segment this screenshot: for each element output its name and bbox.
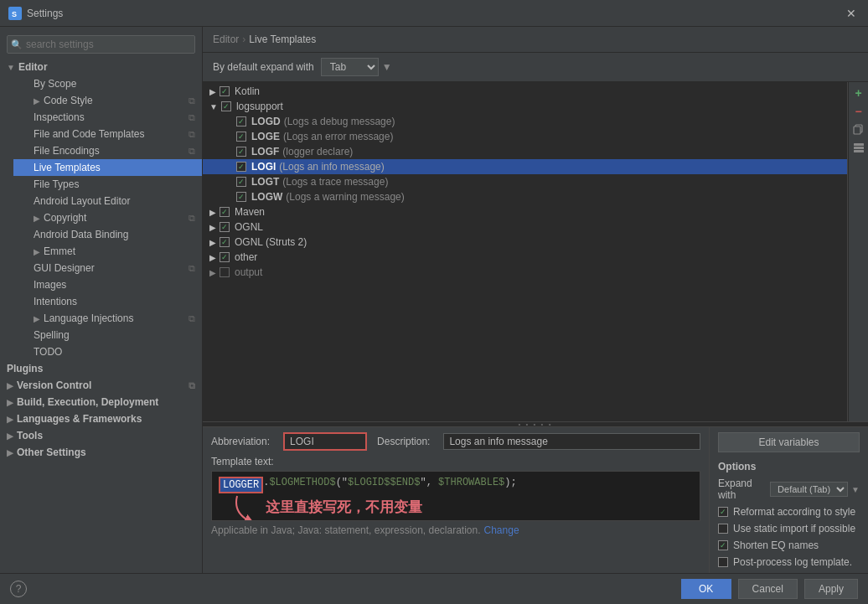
description-input[interactable] bbox=[443, 433, 700, 450]
sidebar-item-copyright[interactable]: ▶ Copyright ⧉ bbox=[13, 209, 202, 226]
sidebar-item-file-types[interactable]: File Types bbox=[13, 176, 202, 193]
checkbox-ognl[interactable]: ✓ bbox=[220, 222, 230, 232]
copy-template-button[interactable] bbox=[851, 122, 866, 137]
checkbox-output[interactable] bbox=[220, 267, 230, 277]
sidebar-item-gui-designer[interactable]: GUI Designer ⧉ bbox=[13, 260, 202, 276]
checkbox-other[interactable]: ✓ bbox=[220, 252, 230, 262]
sidebar-item-code-style[interactable]: ▶ Code Style ⧉ bbox=[13, 92, 202, 109]
group-name-other: other bbox=[235, 251, 257, 263]
tree-group-header-kotlin[interactable]: ▶ ✓ Kotlin bbox=[203, 84, 847, 99]
arrow-version-control: ▶ bbox=[7, 381, 13, 390]
svg-rect-4 bbox=[854, 143, 864, 146]
sidebar-item-version-control[interactable]: ▶ Version Control ⧉ bbox=[0, 377, 202, 394]
tree-panel: ▶ ✓ Kotlin ▼ ✓ logsupport ✓ bbox=[203, 82, 848, 421]
sidebar-item-images[interactable]: Images bbox=[13, 276, 202, 293]
group-name-output: output bbox=[235, 266, 262, 278]
tree-item-loge[interactable]: ✓ LOGE (Logs an error message) bbox=[203, 129, 847, 144]
checkbox-logf[interactable]: ✓ bbox=[236, 147, 246, 157]
tree-group-header-other[interactable]: ▶ ✓ other bbox=[203, 250, 847, 265]
sidebar-item-build[interactable]: ▶ Build, Execution, Deployment bbox=[0, 394, 202, 410]
tree-group-header-output[interactable]: ▶ output bbox=[203, 265, 847, 280]
close-button[interactable]: ✕ bbox=[843, 5, 860, 22]
sidebar-item-tools[interactable]: ▶ Tools bbox=[0, 427, 202, 444]
search-input[interactable] bbox=[7, 35, 195, 54]
tree-item-logw[interactable]: ✓ LOGW (Logs a warning message) bbox=[203, 189, 847, 204]
template-editor[interactable]: LOGGER .$LOGMETHOD$("$LOGID$$END$", $THR… bbox=[211, 471, 700, 521]
applicable-text: Applicable in Java; Java: statement, exp… bbox=[211, 524, 481, 536]
tree-item-logd[interactable]: ✓ LOGD (Logs a debug message) bbox=[203, 114, 847, 129]
checkbox-kotlin[interactable]: ✓ bbox=[220, 86, 230, 96]
cancel-button[interactable]: Cancel bbox=[738, 579, 798, 599]
tree-group-kotlin: ▶ ✓ Kotlin bbox=[203, 84, 847, 99]
tree-group-header-ognl[interactable]: ▶ ✓ OGNL bbox=[203, 219, 847, 235]
option-static-import-label: Use static import if possible bbox=[733, 523, 855, 534]
sidebar-item-file-code-templates[interactable]: File and Code Templates ⧉ bbox=[13, 126, 202, 142]
expand-with-label: By default expand with bbox=[213, 61, 314, 73]
expand-arrow-kotlin: ▶ bbox=[209, 87, 216, 96]
sidebar-item-android-layout-editor[interactable]: Android Layout Editor bbox=[13, 193, 202, 209]
options-label: Options bbox=[718, 461, 860, 472]
tree-group-header-logsupport[interactable]: ▼ ✓ logsupport bbox=[203, 99, 847, 114]
sidebar-item-emmet[interactable]: ▶ Emmet bbox=[13, 243, 202, 260]
abbr-desc-row: Abbreviation: Description: bbox=[211, 432, 700, 451]
checkbox-post-process[interactable]: ✓ bbox=[718, 557, 728, 567]
applicable-change-link[interactable]: Change bbox=[484, 524, 519, 536]
search-icon: 🔍 bbox=[11, 39, 23, 50]
sidebar-item-plugins[interactable]: Plugins bbox=[0, 360, 202, 377]
sidebar-item-editor[interactable]: ▼ Editor bbox=[0, 59, 202, 75]
ok-button[interactable]: OK bbox=[681, 579, 731, 599]
sidebar-item-spelling[interactable]: Spelling bbox=[13, 327, 202, 343]
option-static-import-row: ✓ Use static import if possible bbox=[718, 523, 860, 534]
edit-variables-button[interactable]: Edit variables bbox=[718, 432, 860, 452]
sidebar-item-file-encodings[interactable]: File Encodings ⧉ bbox=[13, 142, 202, 159]
option-shorten-eq-row: ✓ Shorten EQ names bbox=[718, 539, 860, 551]
option-reformat-label: Reformat according to style bbox=[733, 506, 855, 518]
abbreviation-input[interactable] bbox=[283, 432, 367, 451]
checkbox-maven[interactable]: ✓ bbox=[220, 207, 230, 217]
panel-header: Editor › Live Templates bbox=[203, 27, 868, 53]
abbreviation-label: Abbreviation: bbox=[211, 436, 270, 447]
sidebar-item-other-settings[interactable]: ▶ Other Settings bbox=[0, 444, 202, 461]
sidebar-item-live-templates[interactable]: Live Templates bbox=[13, 159, 202, 176]
tree-group-header-maven[interactable]: ▶ ✓ Maven bbox=[203, 204, 847, 219]
add-template-button[interactable]: + bbox=[851, 85, 866, 101]
expand-arrow-output: ▶ bbox=[209, 268, 216, 277]
description-label: Description: bbox=[377, 436, 430, 447]
expand-with-select[interactable]: Tab Enter Space bbox=[321, 58, 379, 76]
checkbox-logd[interactable]: ✓ bbox=[236, 116, 246, 126]
arrow-copyright: ▶ bbox=[34, 214, 40, 223]
checkbox-logt[interactable]: ✓ bbox=[236, 177, 246, 187]
main-container: 🔍 ▼ Editor By Scope ▶ Code Style ⧉ Inspe… bbox=[0, 27, 868, 604]
sidebar-item-language-injections[interactable]: ▶ Language Injections ⧉ bbox=[13, 310, 202, 327]
sidebar-item-intentions[interactable]: Intentions bbox=[13, 293, 202, 310]
sidebar-item-todo[interactable]: TODO bbox=[13, 343, 202, 360]
checkbox-loge[interactable]: ✓ bbox=[236, 132, 246, 142]
checkbox-logw[interactable]: ✓ bbox=[236, 192, 246, 202]
sidebar-item-languages[interactable]: ▶ Languages & Frameworks bbox=[0, 410, 202, 427]
checkbox-reformat[interactable]: ✓ bbox=[718, 507, 728, 517]
apply-button[interactable]: Apply bbox=[804, 579, 858, 599]
help-button[interactable]: ? bbox=[10, 581, 27, 597]
tree-item-logi[interactable]: ✓ LOGI (Logs an info message) bbox=[203, 159, 847, 174]
expand-with-option-select[interactable]: Default (Tab) Tab Enter Space bbox=[770, 482, 848, 497]
expand-arrow-logsupport: ▼ bbox=[209, 102, 218, 111]
tree-item-logf[interactable]: ✓ LOGF (logger declare) bbox=[203, 144, 847, 159]
checkbox-ognl-struts[interactable]: ✓ bbox=[220, 237, 230, 247]
checkbox-logsupport[interactable]: ✓ bbox=[221, 101, 231, 111]
tree-group-header-ognl-struts[interactable]: ▶ ✓ OGNL (Struts 2) bbox=[203, 235, 847, 250]
tree-item-logt[interactable]: ✓ LOGT (Logs a trace message) bbox=[203, 174, 847, 189]
sidebar-item-by-scope[interactable]: By Scope bbox=[13, 75, 202, 92]
applicable-row: Applicable in Java; Java: statement, exp… bbox=[211, 524, 700, 536]
checkbox-logi[interactable]: ✓ bbox=[236, 162, 246, 172]
sidebar-item-android-data-binding[interactable]: Android Data Binding bbox=[13, 226, 202, 243]
checkbox-static-import[interactable]: ✓ bbox=[718, 524, 728, 534]
remove-template-button[interactable]: − bbox=[851, 104, 866, 119]
move-template-button[interactable] bbox=[851, 141, 866, 156]
checkbox-shorten-eq[interactable]: ✓ bbox=[718, 540, 728, 550]
expand-arrow-ognl-struts: ▶ bbox=[209, 238, 216, 247]
group-name-logsupport: logsupport bbox=[236, 101, 283, 112]
sidebar-item-inspections[interactable]: Inspections ⧉ bbox=[13, 109, 202, 126]
copy-icon-gui-designer: ⧉ bbox=[189, 263, 195, 274]
sidebar: 🔍 ▼ Editor By Scope ▶ Code Style ⧉ Inspe… bbox=[0, 27, 203, 573]
group-name-ognl-struts: OGNL (Struts 2) bbox=[235, 236, 307, 248]
